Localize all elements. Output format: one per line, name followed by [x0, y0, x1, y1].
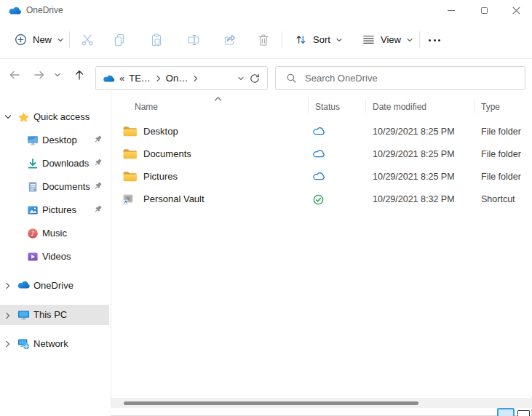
new-button[interactable]: New: [7, 28, 71, 52]
trash-icon: [256, 33, 271, 47]
chevron-right-icon[interactable]: [4, 340, 12, 348]
column-divider[interactable]: [365, 99, 366, 113]
toolbar-divider: [69, 31, 70, 48]
sort-button[interactable]: Sort: [288, 28, 349, 52]
horizontal-scrollbar[interactable]: [111, 398, 532, 408]
sidebar-item-onedrive[interactable]: OneDrive: [0, 275, 109, 297]
copy-button[interactable]: [109, 30, 130, 50]
view-button-label: View: [381, 34, 401, 45]
rename-button[interactable]: [183, 30, 204, 50]
breadcrumb-segment[interactable]: On…: [166, 73, 188, 84]
file-row-personal-vault[interactable]: Personal Vault 10/29/2021 8:32 PM Shortc…: [111, 188, 532, 210]
search-icon: [286, 73, 297, 84]
close-button[interactable]: [500, 0, 532, 20]
share-icon: [223, 33, 237, 47]
large-icons-view-toggle-button[interactable]: [517, 410, 530, 416]
folder-icon: [122, 125, 138, 137]
file-row-desktop[interactable]: Desktop 10/29/2021 8:25 PM File folder: [111, 120, 532, 143]
details-view-toggle-button[interactable]: [497, 408, 515, 416]
minimize-button[interactable]: [435, 0, 467, 20]
chevron-down-icon: [406, 36, 413, 44]
cloud-status-icon: [313, 149, 326, 159]
pin-icon: [93, 135, 103, 145]
back-button[interactable]: [4, 65, 25, 85]
svg-text:♪: ♪: [31, 230, 35, 237]
sidebar-item-desktop[interactable]: Desktop: [0, 129, 109, 151]
sidebar-item-label: Pictures: [42, 204, 76, 216]
sidebar-item-this-pc[interactable]: This PC: [0, 305, 109, 325]
view-button[interactable]: View: [356, 28, 419, 52]
paste-button[interactable]: [146, 30, 167, 50]
file-list-pane: Name Status Date modified Type Desktop 1…: [111, 90, 532, 397]
file-name: Documents: [143, 148, 191, 159]
sidebar-item-label: Music: [42, 228, 67, 239]
chevron-down-icon: [336, 36, 343, 44]
file-name: Pictures: [143, 171, 178, 182]
scissors-icon: [80, 33, 95, 47]
plus-circle-icon: [14, 33, 28, 47]
sidebar-item-music[interactable]: ♪ Music: [0, 223, 109, 244]
column-header-status[interactable]: Status: [315, 102, 340, 112]
sidebar-item-label: Network: [33, 338, 68, 350]
sidebar-item-videos[interactable]: Videos: [0, 246, 109, 268]
rename-icon: [186, 33, 201, 47]
chevron-right-icon[interactable]: [4, 312, 12, 319]
horizontal-scrollbar-thumb[interactable]: [124, 401, 418, 405]
sidebar-item-downloads[interactable]: Downloads: [0, 153, 109, 175]
folder-icon: [122, 148, 138, 160]
column-divider[interactable]: [308, 99, 309, 113]
column-header-name[interactable]: Name: [135, 102, 158, 112]
share-button[interactable]: [220, 30, 240, 50]
file-row-documents[interactable]: Documents 10/29/2021 8:25 PM File folder: [111, 143, 532, 165]
up-button[interactable]: [69, 65, 90, 85]
chevron-right-icon[interactable]: [4, 282, 12, 289]
sidebar-item-documents[interactable]: Documents: [0, 176, 109, 198]
sidebar-item-label: Quick access: [33, 111, 90, 123]
this-pc-icon: [17, 309, 30, 321]
pin-icon: [93, 181, 103, 191]
title-bar: OneDrive: [0, 0, 532, 20]
column-header-row: Name Status Date modified Type: [111, 90, 532, 116]
maximize-button[interactable]: [468, 0, 500, 20]
chevron-down-icon: [57, 36, 64, 44]
window-title: OneDrive: [26, 5, 63, 15]
breadcrumb-segment[interactable]: TE…: [129, 73, 151, 84]
forward-button[interactable]: [29, 65, 49, 85]
file-name: Desktop: [143, 126, 178, 137]
sort-button-label: Sort: [313, 34, 330, 45]
file-type: File folder: [481, 172, 521, 182]
sidebar-item-pictures[interactable]: Pictures: [0, 199, 109, 221]
breadcrumb-overflow-icon[interactable]: «: [119, 73, 124, 84]
sidebar-item-label: OneDrive: [33, 280, 74, 292]
refresh-icon[interactable]: [249, 73, 261, 84]
cut-button[interactable]: [77, 30, 98, 50]
file-row-pictures[interactable]: Pictures 10/29/2021 8:25 PM File folder: [111, 165, 532, 188]
address-bar[interactable]: « TE… On…: [95, 66, 268, 90]
delete-button[interactable]: [253, 30, 274, 50]
folder-icon: [122, 170, 138, 183]
sidebar-item-label: Videos: [42, 251, 71, 263]
back-arrow-icon: [8, 68, 21, 81]
onedrive-logo-icon: [8, 6, 22, 15]
ellipsis-icon: [429, 39, 440, 41]
see-more-button[interactable]: [424, 30, 445, 50]
chevron-down-icon[interactable]: [4, 113, 12, 121]
toolbar-divider: [419, 31, 420, 48]
navigation-pane: Quick access Desktop Dow: [0, 90, 111, 416]
sidebar-item-quick-access[interactable]: Quick access: [0, 106, 109, 128]
file-type: File folder: [481, 149, 521, 159]
chevron-down-icon: [54, 71, 61, 79]
search-input[interactable]: [305, 73, 515, 84]
pin-icon: [93, 158, 103, 168]
network-icon: [17, 338, 30, 350]
sidebar-item-label: Desktop: [42, 135, 77, 146]
file-type: Shortcut: [481, 194, 515, 204]
column-header-type[interactable]: Type: [481, 102, 500, 112]
column-header-date-modified[interactable]: Date modified: [373, 102, 426, 112]
sidebar-item-network[interactable]: Network: [0, 333, 109, 355]
recent-locations-button[interactable]: [49, 65, 65, 85]
address-dropdown-icon[interactable]: [237, 75, 245, 82]
column-divider[interactable]: [474, 99, 475, 113]
chevron-right-icon[interactable]: [192, 75, 199, 82]
chevron-right-icon[interactable]: [155, 75, 162, 82]
